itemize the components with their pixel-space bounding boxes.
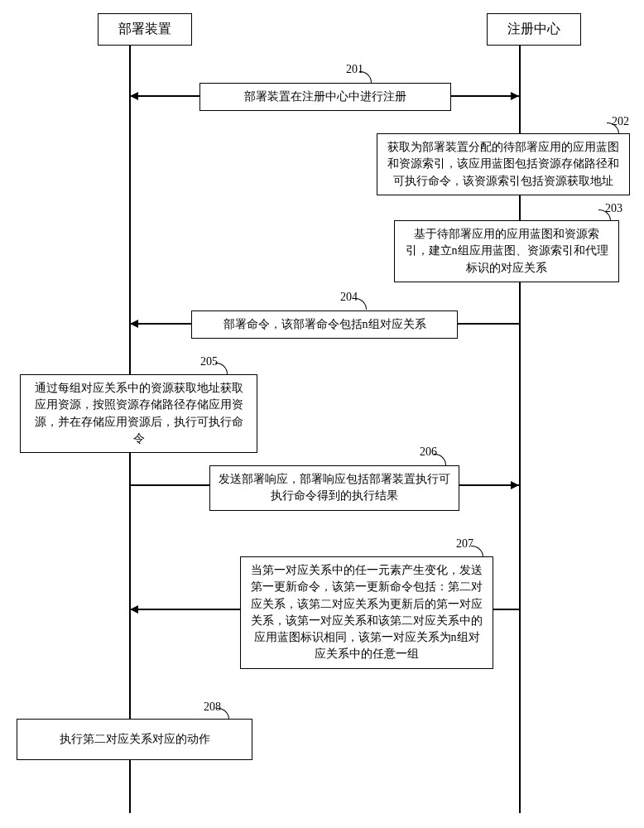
step-202-box: 获取为部署装置分配的待部署应用的应用蓝图和资源索引，该应用蓝图包括资源存储路径和… — [377, 133, 630, 195]
step-203-box: 基于待部署应用的应用蓝图和资源索引，建立n组应用蓝图、资源索引和代理标识的对应关… — [394, 220, 619, 282]
step-204-box: 部署命令，该部署命令包括n组对应关系 — [191, 310, 458, 339]
step-207-curve — [471, 546, 483, 557]
step-207-box: 当第一对应关系中的任一元素产生变化，发送第一更新命令，该第一更新命令包括：第二对… — [240, 556, 493, 669]
step-208-curve — [217, 708, 229, 720]
step-201-box: 部署装置在注册中心中进行注册 — [199, 83, 451, 111]
arrow-207-left-head — [130, 605, 138, 614]
step-204-text: 部署命令，该部署命令包括n组对应关系 — [223, 318, 426, 330]
actor-right-label: 注册中心 — [507, 22, 560, 36]
step-201-text: 部署装置在注册中心中进行注册 — [244, 90, 406, 103]
arrow-201-right — [451, 95, 519, 97]
step-207-text: 当第一对应关系中的任一元素产生变化，发送第一更新命令，该第一更新命令包括：第二对… — [251, 564, 483, 660]
step-206-text: 发送部署响应，部署响应包括部署装置执行可执行命令得到的执行结果 — [219, 473, 450, 502]
arrow-206-right-head — [511, 481, 519, 489]
arrow-204-left — [130, 323, 191, 325]
step-203-text: 基于待部署应用的应用蓝图和资源索引，建立n组应用蓝图、资源索引和代理标识的对应关… — [406, 228, 608, 274]
arrow-206-left — [130, 484, 209, 486]
step-201-curve — [359, 71, 372, 83]
arrow-207-right — [493, 609, 519, 610]
step-208-box: 执行第二对应关系对应的动作 — [17, 719, 252, 760]
step-205-box: 通过每组对应关系中的资源获取地址获取应用资源，按照资源存储路径存储应用资源，并在… — [20, 374, 257, 453]
step-206-box: 发送部署响应，部署响应包括部署装置执行可执行命令得到的执行结果 — [209, 465, 459, 511]
actor-deploy-device: 部署装置 — [98, 13, 192, 46]
arrow-204-right — [458, 323, 519, 325]
actor-left-label: 部署装置 — [118, 22, 171, 36]
arrow-201-right-head — [511, 92, 519, 100]
step-206-curve — [434, 454, 446, 465]
actor-registry-center: 注册中心 — [487, 13, 581, 46]
step-202-text: 获取为部署装置分配的待部署应用的应用蓝图和资源索引，该应用蓝图包括资源存储路径和… — [387, 141, 619, 187]
arrow-207-left — [130, 609, 240, 610]
arrow-201-left — [130, 95, 199, 97]
step-205-text: 通过每组对应关系中的资源获取地址获取应用资源，按照资源存储路径存储应用资源，并在… — [35, 382, 243, 445]
step-204-curve — [354, 298, 367, 310]
step-205-curve — [215, 363, 228, 374]
arrow-201-left-head — [130, 92, 138, 100]
arrow-204-left-head — [130, 320, 138, 328]
step-208-text: 执行第二对应关系对应的动作 — [60, 733, 210, 745]
